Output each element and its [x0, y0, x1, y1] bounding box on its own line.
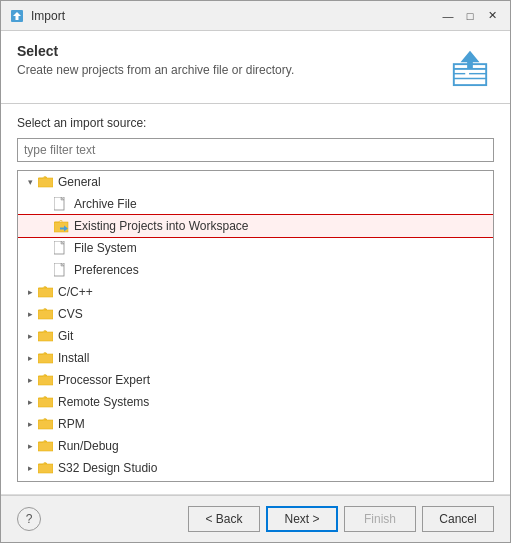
tree-item[interactable]: ▸ Archive File	[18, 193, 493, 215]
svg-rect-25	[38, 464, 53, 473]
tree-item[interactable]: ▸ Remote Systems	[18, 391, 493, 413]
next-button[interactable]: Next >	[266, 506, 338, 532]
tree-item[interactable]: ▸ RPM	[18, 413, 493, 435]
filter-input[interactable]	[17, 138, 494, 162]
tree-item-label: C/C++	[58, 285, 93, 299]
tree-item[interactable]: ▸ Tasks	[18, 479, 493, 482]
tree-item-label: General	[58, 175, 101, 189]
svg-rect-8	[38, 178, 53, 187]
tree-item-label: Install	[58, 351, 89, 365]
svg-rect-3	[454, 68, 486, 70]
expand-arrow[interactable]: ▾	[22, 174, 38, 190]
tree-container[interactable]: ▾ General▸ Archive File▸ Existing Projec…	[17, 170, 494, 482]
expand-arrow[interactable]: ▸	[22, 350, 38, 366]
tree-item-label: Remote Systems	[58, 395, 149, 409]
filter-label: Select an import source:	[17, 116, 494, 130]
tree-item-icon	[54, 262, 70, 278]
tree-item-label: S32 Design Studio	[58, 461, 157, 475]
tree-item-label: Preferences	[74, 263, 139, 277]
header-text: Select Create new projects from an archi…	[17, 43, 294, 77]
window-title: Import	[31, 9, 65, 23]
svg-rect-23	[38, 420, 53, 429]
tree-item-label: RPM	[58, 417, 85, 431]
footer-buttons: < Back Next > Finish Cancel	[188, 506, 494, 532]
tree-item[interactable]: ▾ General	[18, 171, 493, 193]
expand-arrow[interactable]: ▸	[22, 284, 38, 300]
title-bar: Import — □ ✕	[1, 1, 510, 31]
import-header-icon	[446, 43, 494, 91]
finish-button[interactable]: Finish	[344, 506, 416, 532]
tree-item-icon	[38, 328, 54, 344]
svg-rect-21	[38, 376, 53, 385]
tree-item[interactable]: ▸ Preferences	[18, 259, 493, 281]
svg-rect-20	[38, 354, 53, 363]
maximize-button[interactable]: □	[460, 6, 480, 26]
page-heading: Select	[17, 43, 294, 59]
tree-item-icon	[38, 372, 54, 388]
tree-item-icon	[38, 416, 54, 432]
cancel-button[interactable]: Cancel	[422, 506, 494, 532]
expand-arrow[interactable]: ▸	[22, 416, 38, 432]
minimize-button[interactable]: —	[438, 6, 458, 26]
tree-item-icon	[54, 240, 70, 256]
tree-item-icon	[38, 394, 54, 410]
title-bar-left: Import	[9, 8, 65, 24]
tree-item-label: Archive File	[74, 197, 137, 211]
tree-item-icon	[38, 350, 54, 366]
tree-item-icon	[54, 218, 70, 234]
tree-item[interactable]: ▸ S32 Design Studio	[18, 457, 493, 479]
tree-item[interactable]: ▸ Existing Projects into Workspace	[18, 215, 493, 237]
tree-item[interactable]: ▸ CVS	[18, 303, 493, 325]
expand-arrow[interactable]: ▸	[22, 460, 38, 476]
tree-item-icon	[54, 196, 70, 212]
tree-item-icon	[38, 284, 54, 300]
content-section: Select an import source: ▾ General▸ Arch…	[1, 104, 510, 494]
title-icon	[9, 8, 25, 24]
svg-rect-19	[38, 332, 53, 341]
tree-item[interactable]: ▸ C/C++	[18, 281, 493, 303]
expand-arrow[interactable]: ▸	[22, 306, 38, 322]
footer: ? < Back Next > Finish Cancel	[1, 495, 510, 542]
tree-item-label: Git	[58, 329, 73, 343]
tree-item-icon	[38, 460, 54, 476]
tree-item-label: CVS	[58, 307, 83, 321]
svg-rect-18	[38, 310, 53, 319]
expand-arrow[interactable]: ▸	[22, 372, 38, 388]
import-dialog: Import — □ ✕ Select Create new projects …	[0, 0, 511, 543]
tree-item-label: File System	[74, 241, 137, 255]
tree-item-icon	[38, 306, 54, 322]
expand-arrow[interactable]: ▸	[22, 328, 38, 344]
tree-item-icon	[38, 438, 54, 454]
tree-item-label: Existing Projects into Workspace	[74, 219, 249, 233]
expand-arrow[interactable]: ▸	[22, 394, 38, 410]
back-button[interactable]: < Back	[188, 506, 260, 532]
svg-rect-22	[38, 398, 53, 407]
tree-item[interactable]: ▸ Git	[18, 325, 493, 347]
title-bar-controls: — □ ✕	[438, 6, 502, 26]
tree-item-icon	[38, 174, 54, 190]
svg-marker-4	[460, 51, 479, 68]
svg-rect-24	[38, 442, 53, 451]
tree-item[interactable]: ▸ File System	[18, 237, 493, 259]
tree-item[interactable]: ▸ Run/Debug	[18, 435, 493, 457]
tree-item[interactable]: ▸ Processor Expert	[18, 369, 493, 391]
tree-item[interactable]: ▸ Install	[18, 347, 493, 369]
tree-item-label: Processor Expert	[58, 373, 150, 387]
help-button[interactable]: ?	[17, 507, 41, 531]
expand-arrow[interactable]: ▸	[22, 438, 38, 454]
close-button[interactable]: ✕	[482, 6, 502, 26]
page-description: Create new projects from an archive file…	[17, 63, 294, 77]
header-section: Select Create new projects from an archi…	[1, 31, 510, 104]
tree-item-label: Run/Debug	[58, 439, 119, 453]
svg-rect-17	[38, 288, 53, 297]
